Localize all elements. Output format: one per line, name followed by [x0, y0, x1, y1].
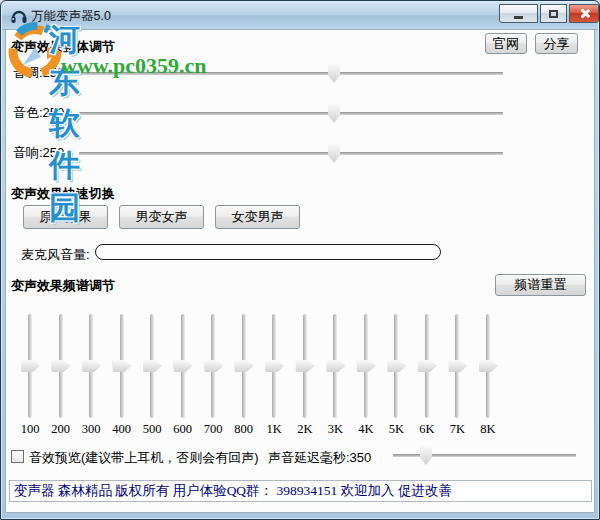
section-title-overall: 变声效果整体调节: [11, 38, 115, 56]
slider-track[interactable]: [79, 112, 503, 115]
eq-band-thumb[interactable]: [174, 360, 193, 372]
eq-band: 2K: [290, 313, 320, 437]
eq-band-thumb[interactable]: [265, 360, 284, 372]
effect-button[interactable]: 女变男声: [215, 205, 300, 229]
eq-band-thumb[interactable]: [82, 360, 101, 372]
section-title-quick: 变声效果快速切换: [11, 185, 115, 203]
eq-band-label: 800: [229, 422, 259, 437]
status-text: 变声器 森林精品 版权所有 用户体验QQ群： 398934151 欢迎加入 促进…: [10, 482, 452, 500]
eq-band: 700: [198, 313, 228, 437]
eq-band-label: 1K: [259, 422, 289, 437]
eq-band: 400: [107, 313, 137, 437]
eq-band-thumb[interactable]: [235, 360, 254, 372]
eq-band-label: 2K: [290, 422, 320, 437]
slider-label: 音调:250: [13, 64, 64, 82]
eq-band: 8K: [473, 313, 503, 437]
effect-button[interactable]: 男变女声: [119, 205, 204, 229]
eq-band-label: 600: [168, 422, 198, 437]
slider-thumb[interactable]: [328, 143, 340, 163]
eq-band-label: 500: [137, 422, 167, 437]
eq-band: 300: [76, 313, 106, 437]
eq-band-thumb[interactable]: [52, 360, 71, 372]
eq-band: 6K: [412, 313, 442, 437]
eq-band-label: 700: [198, 422, 228, 437]
mic-volume-meter: [95, 244, 441, 260]
eq-band-label: 8K: [473, 422, 503, 437]
eq-band-label: 200: [46, 422, 76, 437]
eq-band-label: 5K: [381, 422, 411, 437]
slider-label: 音响:250: [13, 144, 64, 162]
eq-band: 800: [229, 313, 259, 437]
eq-band-thumb[interactable]: [357, 360, 376, 372]
slider-thumb[interactable]: [328, 103, 340, 123]
master-slider-row: 音调:250: [1, 61, 600, 101]
eq-band: 500: [137, 313, 167, 437]
eq-band-thumb[interactable]: [296, 360, 315, 372]
slider-track[interactable]: [79, 72, 503, 75]
section-title-spectrum: 变声效果频谱调节: [11, 277, 115, 295]
eq-band: 100: [15, 313, 45, 437]
eq-band: 5K: [381, 313, 411, 437]
eq-band: 1K: [259, 313, 289, 437]
master-slider-row: 音响:250: [1, 141, 600, 181]
slider-thumb[interactable]: [328, 63, 340, 83]
preview-checkbox-label: 音效预览(建议带上耳机，否则会有回声): [29, 449, 259, 467]
eq-band-thumb[interactable]: [479, 360, 498, 372]
eq-band-label: 6K: [412, 422, 442, 437]
slider-track[interactable]: [79, 152, 503, 155]
app-window: 万能变声器5.0 河东软件园 www.pc0359.cn 变声效果整体调节 官网…: [0, 0, 600, 520]
eq-band-thumb[interactable]: [387, 360, 406, 372]
master-slider-row: 音色:250: [1, 101, 600, 141]
eq-band-label: 3K: [320, 422, 350, 437]
eq-band-label: 400: [107, 422, 137, 437]
eq-band-thumb[interactable]: [418, 360, 437, 372]
eq-band-thumb[interactable]: [113, 360, 132, 372]
eq-band-label: 4K: [351, 422, 381, 437]
eq-band-thumb[interactable]: [204, 360, 223, 372]
eq-band-thumb[interactable]: [21, 360, 40, 372]
delay-label: 声音延迟毫秒:350: [268, 449, 371, 467]
status-bar: 变声器 森林精品 版权所有 用户体验QQ群： 398934151 欢迎加入 促进…: [9, 480, 592, 502]
share-button[interactable]: 分享: [535, 33, 578, 54]
preview-checkbox[interactable]: [11, 450, 24, 463]
equalizer: 100 200 300 400 500 600: [15, 313, 503, 437]
eq-band: 4K: [351, 313, 381, 437]
mic-volume-label: 麦克风音量:: [21, 246, 90, 264]
eq-band: 600: [168, 313, 198, 437]
slider-label: 音色:250: [13, 104, 64, 122]
eq-band: 200: [46, 313, 76, 437]
delay-slider-thumb[interactable]: [420, 445, 432, 465]
eq-band-thumb[interactable]: [326, 360, 345, 372]
spectrum-reset-button[interactable]: 频谱重置: [495, 274, 586, 296]
eq-band-thumb[interactable]: [448, 360, 467, 372]
effect-button[interactable]: 原声效果: [23, 205, 108, 229]
eq-band-label: 100: [15, 422, 45, 437]
eq-band-thumb[interactable]: [143, 360, 162, 372]
eq-band: 7K: [442, 313, 472, 437]
official-site-button[interactable]: 官网: [485, 33, 527, 54]
eq-band: 3K: [320, 313, 350, 437]
eq-band-label: 7K: [442, 422, 472, 437]
eq-band-label: 300: [76, 422, 106, 437]
